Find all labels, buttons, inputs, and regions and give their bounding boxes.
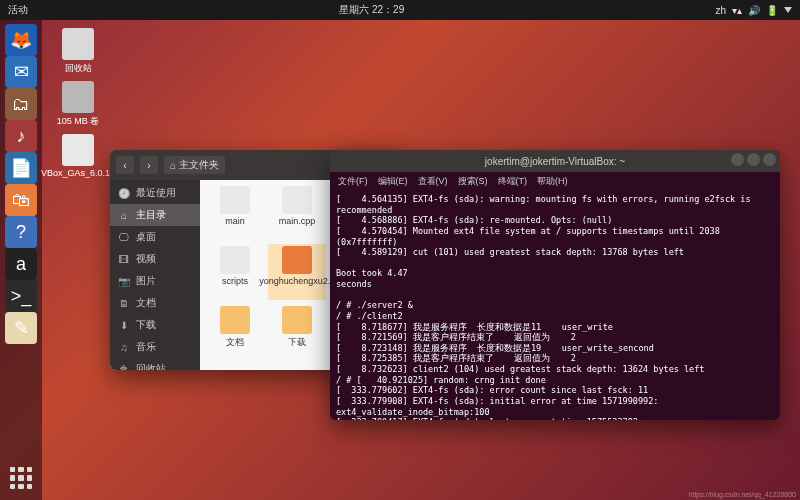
file-label: main [225, 216, 245, 226]
sidebar-item[interactable]: 🕘最近使用 [110, 182, 200, 204]
dock-software-icon[interactable]: 🛍 [5, 184, 37, 216]
home-icon: ⌂ [170, 160, 176, 171]
dock: 🦊✉🗂♪📄🛍?a>_✎ [0, 20, 42, 500]
sidebar-item-icon: 🖵 [118, 232, 130, 243]
sidebar-item-label: 下载 [136, 318, 156, 332]
terminal-window[interactable]: jokertim@jokertim-VirtualBox: ~ 文件(F)编辑(… [330, 150, 780, 420]
terminal-title: jokertim@jokertim-VirtualBox: ~ [485, 156, 625, 167]
dock-gedit-icon[interactable]: ✎ [5, 312, 37, 344]
sidebar-item-icon: 🕘 [118, 188, 130, 199]
terminal-menu-item[interactable]: 查看(V) [418, 175, 448, 188]
file-item[interactable]: 下载 [268, 304, 326, 360]
file-label: 下载 [288, 336, 306, 349]
dock-thunderbird-icon[interactable]: ✉ [5, 56, 37, 88]
back-button[interactable]: ‹ [116, 156, 134, 174]
sidebar-item-label: 回收站 [136, 362, 166, 370]
sidebar-item[interactable]: ⌂主目录 [110, 204, 200, 226]
terminal-menu-item[interactable]: 文件(F) [338, 175, 368, 188]
sidebar-item[interactable]: 🗑回收站 [110, 358, 200, 370]
path-label: 主文件夹 [179, 158, 219, 172]
activities-button[interactable]: 活动 [8, 3, 28, 17]
file-icon [282, 306, 312, 334]
file-icon [220, 186, 250, 214]
minimize-button[interactable] [731, 153, 744, 166]
file-manager-sidebar: 🕘最近使用⌂主目录🖵桌面🎞视频📷图片🗎文档⬇下载♫音乐🗑回收站💿VBox_GA…… [110, 150, 200, 370]
sidebar-item-label: 视频 [136, 252, 156, 266]
battery-icon[interactable]: 🔋 [766, 5, 778, 16]
sidebar-item[interactable]: 🖵桌面 [110, 226, 200, 248]
terminal-menubar[interactable]: 文件(F)编辑(E)查看(V)搜索(S)终端(T)帮助(H) [330, 172, 780, 190]
file-item[interactable]: yonghuchengxu2.c [268, 244, 326, 300]
terminal-menu-item[interactable]: 搜索(S) [458, 175, 488, 188]
top-panel: 活动 星期六 22：29 zh ▾▴ 🔊 🔋 [0, 0, 800, 20]
sidebar-item[interactable]: ⬇下载 [110, 314, 200, 336]
file-item[interactable]: main [206, 184, 264, 240]
clock[interactable]: 星期六 22：29 [28, 3, 715, 17]
terminal-menu-item[interactable]: 终端(T) [498, 175, 528, 188]
sidebar-item-label: 文档 [136, 296, 156, 310]
system-menu-icon[interactable] [784, 7, 792, 13]
sidebar-item-label: 主目录 [136, 208, 166, 222]
maximize-button[interactable] [747, 153, 760, 166]
sidebar-item-label: 桌面 [136, 230, 156, 244]
terminal-output[interactable]: [ 4.564135] EXT4-fs (sda): warning: moun… [330, 190, 780, 420]
dock-amazon-icon[interactable]: a [5, 248, 37, 280]
network-icon[interactable]: ▾▴ [732, 5, 742, 16]
desktop-item[interactable]: VBox_GAs_6.0.12 [50, 134, 106, 178]
file-label: main.cpp [279, 216, 316, 226]
sidebar-item-label: 最近使用 [136, 186, 176, 200]
file-icon [282, 186, 312, 214]
desktop-item[interactable]: 回收站 [50, 28, 106, 75]
sidebar-item[interactable]: ♫音乐 [110, 336, 200, 358]
desktop-item[interactable]: 105 MB 卷 [50, 81, 106, 128]
sidebar-item[interactable]: 🗎文档 [110, 292, 200, 314]
sidebar-item-icon: ♫ [118, 342, 130, 353]
file-icon [220, 246, 250, 274]
sidebar-item-icon: ⬇ [118, 320, 130, 331]
dock-files-icon[interactable]: 🗂 [5, 88, 37, 120]
terminal-menu-item[interactable]: 编辑(E) [378, 175, 408, 188]
file-icon [282, 246, 312, 274]
sidebar-item-icon: ⌂ [118, 210, 130, 221]
file-icon [220, 306, 250, 334]
input-method-indicator[interactable]: zh [715, 5, 726, 16]
file-item[interactable]: main.cpp [268, 184, 326, 240]
volume-icon[interactable]: 🔊 [748, 5, 760, 16]
file-item[interactable]: scripts [206, 244, 264, 300]
dock-rhythmbox-icon[interactable]: ♪ [5, 120, 37, 152]
file-item[interactable]: 文档 [206, 304, 264, 360]
sidebar-item-icon: 🎞 [118, 254, 130, 265]
sidebar-item-icon: 📷 [118, 276, 130, 287]
terminal-titlebar[interactable]: jokertim@jokertim-VirtualBox: ~ [330, 150, 780, 172]
forward-button[interactable]: › [140, 156, 158, 174]
dock-writer-icon[interactable]: 📄 [5, 152, 37, 184]
terminal-menu-item[interactable]: 帮助(H) [537, 175, 568, 188]
file-label: 文档 [226, 336, 244, 349]
sidebar-item[interactable]: 🎞视频 [110, 248, 200, 270]
dock-terminal-icon[interactable]: >_ [5, 280, 37, 312]
file-label: yonghuchengxu2.c [259, 276, 335, 286]
desktop-icons: 回收站105 MB 卷VBox_GAs_6.0.12 [50, 28, 106, 178]
sidebar-item-icon: 🗎 [118, 298, 130, 309]
dock-firefox-icon[interactable]: 🦊 [5, 24, 37, 56]
close-button[interactable] [763, 153, 776, 166]
sidebar-item-label: 音乐 [136, 340, 156, 354]
sidebar-item-icon: 🗑 [118, 364, 130, 371]
watermark: https://blog.csdn.net/qq_41220800 [689, 491, 796, 498]
dock-help-icon[interactable]: ? [5, 216, 37, 248]
path-bar[interactable]: ⌂ 主文件夹 [164, 156, 225, 174]
show-apps-button[interactable] [5, 462, 37, 494]
sidebar-item-label: 图片 [136, 274, 156, 288]
file-label: scripts [222, 276, 248, 286]
sidebar-item[interactable]: 📷图片 [110, 270, 200, 292]
